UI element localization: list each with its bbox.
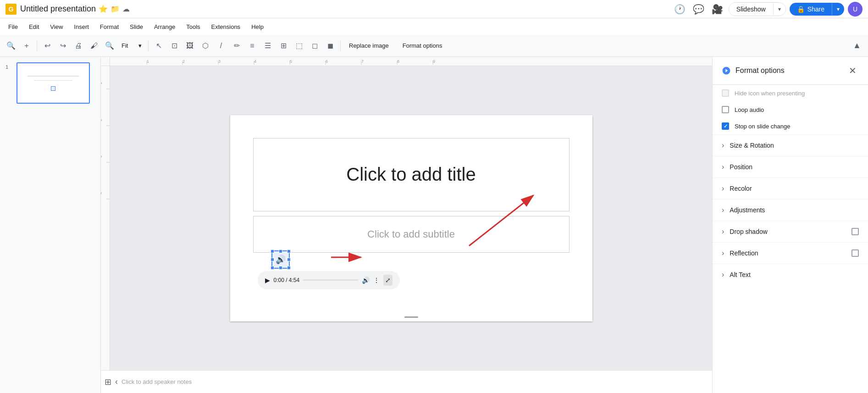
line-button[interactable]: / bbox=[214, 39, 228, 53]
collapse-panel-button[interactable]: ‹ bbox=[115, 377, 118, 387]
svg-text:6: 6 bbox=[326, 59, 328, 64]
paint-format-button[interactable]: 🖌 bbox=[87, 39, 101, 53]
reflection-section[interactable]: › Reflection bbox=[713, 242, 868, 264]
hide-icon-label: Hide icon when presenting bbox=[735, 90, 805, 97]
doc-title-text[interactable]: Untitled presentation bbox=[20, 4, 96, 14]
menu-view[interactable]: View bbox=[45, 22, 67, 32]
handle-top-left[interactable] bbox=[271, 249, 274, 253]
speaker-notes-bar: ⊞ ‹ Click to add speaker notes bbox=[101, 370, 712, 393]
menu-tools[interactable]: Tools bbox=[182, 22, 205, 32]
app-icon: G bbox=[6, 4, 17, 15]
stop-on-change-label: Stop on slide change bbox=[735, 123, 790, 130]
loop-audio-checkbox[interactable] bbox=[722, 106, 729, 113]
ruler-v-ticks: 1 2 3 4 bbox=[101, 66, 110, 370]
table-button[interactable]: ⊞ bbox=[276, 39, 291, 53]
close-format-panel-button[interactable]: ✕ bbox=[846, 64, 859, 77]
slide-title-placeholder: Click to add title bbox=[346, 164, 475, 185]
select-button[interactable]: ⊡ bbox=[167, 39, 182, 53]
slide-subtitle-area[interactable]: Click to add subtitle bbox=[253, 216, 569, 253]
handle-top-middle[interactable] bbox=[279, 249, 282, 253]
chat-button[interactable]: 💬 bbox=[691, 2, 706, 17]
adjustments-section[interactable]: › Adjustments bbox=[713, 199, 868, 221]
cursor-button[interactable]: ↖ bbox=[151, 39, 166, 53]
redo-button[interactable]: ↪ bbox=[55, 39, 70, 53]
list-button[interactable]: ☰ bbox=[260, 39, 275, 53]
handle-bottom-middle[interactable] bbox=[279, 266, 282, 270]
border-button[interactable]: ◻ bbox=[307, 39, 322, 53]
speaker-notes-placeholder[interactable]: Click to add speaker notes bbox=[122, 378, 192, 385]
meet-button[interactable]: 🎥 bbox=[710, 2, 725, 17]
replace-image-button[interactable]: Replace image bbox=[343, 39, 394, 52]
more-options-button[interactable]: ⋮ bbox=[373, 277, 380, 284]
bg-button[interactable]: ◼ bbox=[323, 39, 337, 53]
menu-slide[interactable]: Slide bbox=[125, 22, 148, 32]
alt-text-label: Alt Text bbox=[730, 271, 859, 278]
star-icon[interactable]: ⭐ bbox=[99, 5, 108, 13]
slideshow-dropdown-button[interactable]: ▾ bbox=[773, 3, 785, 15]
size-rotation-label: Size & Rotation bbox=[730, 142, 859, 149]
loop-audio-label: Loop audio bbox=[735, 106, 764, 113]
align-button[interactable]: ≡ bbox=[245, 39, 260, 53]
handle-bottom-left[interactable] bbox=[271, 266, 274, 270]
drop-shadow-section[interactable]: › Drop shadow bbox=[713, 221, 868, 242]
toolbar: 🔍 + ↩ ↪ 🖨 🖌 🔍 Fit ▾ ↖ ⊡ 🖼 ⬡ / ✏ ≡ ☰ ⊞ ⬚ … bbox=[0, 35, 868, 57]
handle-middle-right[interactable] bbox=[287, 258, 291, 261]
slide-canvas[interactable]: Click to add title Click to add subtitle… bbox=[110, 66, 712, 370]
hide-icon-row: Hide icon when presenting bbox=[713, 85, 868, 101]
format-options-panel: Format options ✕ Hide icon when presenti… bbox=[712, 57, 868, 393]
share-button-group: 🔒 Share ▾ bbox=[790, 3, 844, 16]
image-button[interactable]: 🖼 bbox=[182, 39, 197, 53]
size-rotation-section[interactable]: › Size & Rotation bbox=[713, 134, 868, 156]
format-panel-title: Format options bbox=[722, 66, 785, 75]
svg-text:2: 2 bbox=[182, 59, 185, 64]
reflection-checkbox[interactable] bbox=[851, 249, 859, 257]
external-link-button[interactable]: ⤢ bbox=[383, 275, 393, 286]
slideshow-main-button[interactable]: Slideshow bbox=[729, 3, 773, 16]
drop-shadow-checkbox[interactable] bbox=[851, 228, 859, 235]
recolor-section[interactable]: › Recolor bbox=[713, 177, 868, 199]
menu-file[interactable]: File bbox=[4, 22, 22, 32]
folder-icon[interactable]: 📁 bbox=[111, 5, 120, 13]
collapse-toolbar-button[interactable]: ▲ bbox=[850, 39, 864, 53]
volume-button[interactable]: 🔊 bbox=[362, 277, 370, 284]
share-dropdown-button[interactable]: ▾ bbox=[832, 3, 844, 15]
format-options-toolbar-button[interactable]: Format options bbox=[397, 39, 448, 52]
user-avatar[interactable]: U bbox=[848, 2, 862, 17]
zoom-button[interactable]: 🔍 bbox=[102, 39, 117, 53]
shapes-button[interactable]: ⬡ bbox=[198, 39, 213, 53]
menu-insert[interactable]: Insert bbox=[69, 22, 94, 32]
cloud-icon[interactable]: ☁ bbox=[122, 5, 130, 13]
audio-icon-container: 🔊 bbox=[271, 250, 290, 269]
slide-title-area[interactable]: Click to add title bbox=[253, 138, 569, 211]
undo-button[interactable]: ↩ bbox=[40, 39, 55, 53]
svg-text:8: 8 bbox=[397, 59, 399, 64]
svg-text:1: 1 bbox=[147, 59, 149, 64]
history-button[interactable]: 🕐 bbox=[672, 2, 687, 17]
play-button[interactable]: ▶ bbox=[265, 277, 270, 284]
search-button[interactable]: 🔍 bbox=[4, 39, 18, 53]
audio-icon-selected[interactable]: 🔊 bbox=[271, 250, 290, 269]
handle-top-right[interactable] bbox=[287, 249, 291, 253]
position-section[interactable]: › Position bbox=[713, 156, 868, 177]
stop-on-change-checkbox[interactable] bbox=[722, 122, 729, 130]
menu-edit[interactable]: Edit bbox=[24, 22, 44, 32]
frame-button[interactable]: ⬚ bbox=[292, 39, 306, 53]
hide-icon-checkbox[interactable] bbox=[722, 89, 729, 97]
alt-text-section[interactable]: › Alt Text bbox=[713, 264, 868, 285]
title-bar: G Untitled presentation ⭐ 📁 ☁ 🕐 💬 🎥 Slid… bbox=[0, 0, 868, 18]
menu-help[interactable]: Help bbox=[247, 22, 268, 32]
audio-progress-bar[interactable] bbox=[303, 279, 358, 281]
handle-bottom-right[interactable] bbox=[287, 266, 291, 270]
pen-button[interactable]: ✏ bbox=[229, 39, 244, 53]
print-button[interactable]: 🖨 bbox=[71, 39, 86, 53]
share-main-button[interactable]: 🔒 Share bbox=[790, 3, 832, 16]
menu-extensions[interactable]: Extensions bbox=[207, 22, 245, 32]
menu-arrange[interactable]: Arrange bbox=[149, 22, 180, 32]
slide-thumbnail-1[interactable]: 1 bbox=[4, 61, 97, 105]
zoom-in-button[interactable]: + bbox=[19, 39, 34, 53]
zoom-selector[interactable]: Fit ▾ bbox=[118, 42, 145, 49]
grid-view-button[interactable]: ⊞ bbox=[105, 377, 111, 387]
menu-format[interactable]: Format bbox=[95, 22, 123, 32]
toolbar-divider-2 bbox=[148, 40, 149, 51]
handle-middle-left[interactable] bbox=[271, 258, 274, 261]
